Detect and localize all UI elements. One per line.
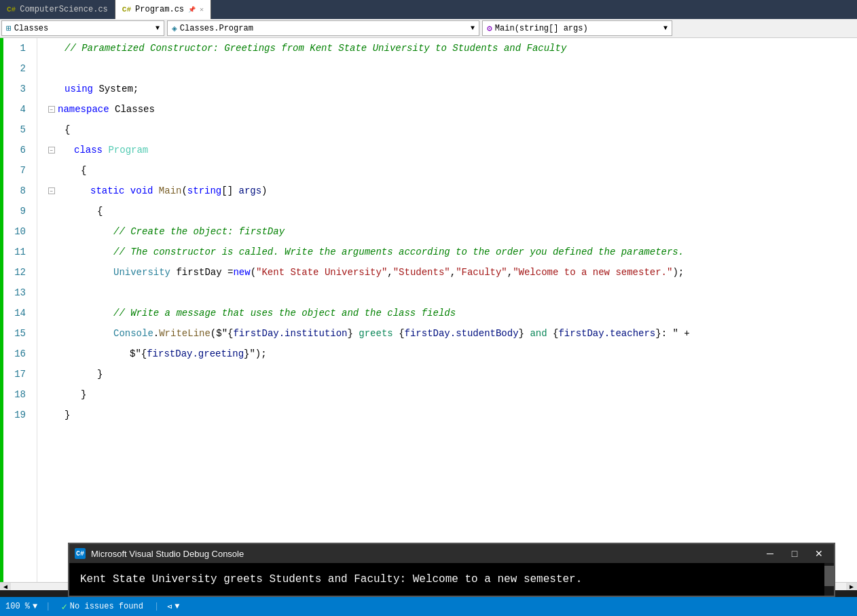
str3: "Faculty"	[456, 267, 507, 278]
comma1: ,	[387, 267, 393, 278]
using-keyword: using	[65, 84, 93, 94]
code-line-8: − static void Main ( string [] args )	[48, 181, 857, 201]
brace-close-17: }	[97, 369, 103, 380]
chevron-down-icon-2: ▼	[471, 24, 475, 32]
tab-bar: C# ComputerScience.cs C# Program.cs 📌 ✕	[0, 0, 857, 19]
code-line-9: {	[48, 201, 857, 221]
string-keyword-8: string	[187, 185, 221, 196]
interp2: firstDay.studentBody	[405, 328, 519, 339]
namespace-name: Classes	[109, 104, 155, 115]
brace-interp1b: }	[348, 328, 353, 339]
line-num-11: 11	[3, 242, 31, 262]
brace-interp4b: }	[244, 348, 249, 359]
code-line-12: University firstDay = new ( "Kent State …	[48, 262, 857, 283]
class-name-program: Program	[108, 145, 148, 156]
line-num-14: 14	[3, 303, 31, 323]
str4: "Welcome to a new semester."	[513, 267, 672, 278]
debug-scrollbar-thumb[interactable]	[824, 566, 834, 586]
debug-title-bar: C# Microsoft Visual Studio Debug Console…	[69, 544, 834, 563]
comment-line11: // The constructor is called. Write the …	[113, 247, 684, 257]
debug-maximize-button[interactable]: □	[785, 547, 804, 560]
classes-dropdown[interactable]: ⊞ Classes ▼	[1, 20, 164, 36]
editor-container: 1 2 3 4 5 6 7 8 9 10 11 12 13 14 15 16 1…	[0, 38, 857, 582]
tab-label-program: Program.cs	[135, 5, 184, 14]
comment-line10: // Create the object: firstDay	[113, 226, 285, 237]
line-num-19: 19	[3, 405, 31, 425]
code-line-14: // Write a message that uses the object …	[48, 303, 857, 323]
writeline-method: WriteLine	[159, 328, 211, 339]
debug-cs-icon: C#	[75, 548, 86, 559]
collapse-btn-8[interactable]: −	[48, 187, 55, 194]
code-area[interactable]: // Parametized Constructor: Greetings fr…	[37, 38, 857, 582]
debug-minimize-button[interactable]: ─	[761, 547, 780, 560]
paren-close-8: )	[261, 185, 267, 196]
console-type: Console	[113, 328, 153, 339]
brace-interp3a: {	[553, 328, 558, 339]
firstday-var: firstDay =	[170, 267, 233, 278]
tab-computerscience[interactable]: C# ComputerScience.cs	[0, 0, 115, 19]
interp4: firstDay.greeting	[147, 348, 244, 359]
line-num-5: 5	[3, 120, 31, 140]
chevron-down-icon: ▼	[156, 24, 160, 32]
tab-close-button[interactable]: ✕	[200, 5, 204, 14]
classes-program-dropdown[interactable]: ◈ Classes.Program ▼	[167, 20, 479, 36]
void-keyword: void	[130, 185, 153, 196]
paren-open-8: (	[181, 185, 187, 196]
comment-line14: // Write a message that uses the object …	[113, 308, 456, 319]
toolbar: ⊞ Classes ▼ ◈ Classes.Program ▼ ⚙ Main(s…	[0, 19, 857, 38]
code-line-1: // Parametized Constructor: Greetings fr…	[48, 38, 857, 58]
code-line-2	[48, 58, 857, 79]
interp1: firstDay.institution	[233, 328, 347, 339]
line-num-3: 3	[3, 79, 31, 99]
class-keyword: class	[74, 145, 103, 156]
line-num-8: 8	[3, 181, 31, 201]
cs-icon-active: C#	[122, 5, 131, 14]
debug-scrollbar[interactable]	[824, 563, 834, 590]
paren-15: ($"	[211, 328, 227, 339]
debug-output: Kent State University greets Students an…	[69, 563, 834, 590]
tab-program[interactable]: C# Program.cs 📌 ✕	[115, 0, 211, 19]
line-num-13: 13	[3, 283, 31, 303]
debug-output-text: Kent State University greets Students an…	[80, 573, 582, 585]
code-line-10: // Create the object: firstDay	[48, 221, 857, 242]
line-num-6: 6	[3, 140, 31, 160]
code-line-7: {	[48, 160, 857, 181]
paren-open-12: (	[251, 267, 256, 278]
namespace-keyword: namespace	[58, 104, 109, 115]
line-num-7: 7	[3, 160, 31, 181]
brace-interp1a: {	[227, 328, 233, 339]
collapse-btn-4[interactable]: −	[48, 106, 55, 113]
dollar-16: $"	[130, 348, 141, 359]
scroll-left-btn[interactable]: ◀	[0, 583, 11, 590]
dot-15: .	[153, 328, 159, 339]
classes-label: Classes	[14, 24, 48, 33]
brace-open-9: {	[97, 206, 103, 217]
line-num-16: 16	[3, 344, 31, 364]
brace-close-19: }	[65, 410, 70, 420]
line-num-1: 1	[3, 38, 31, 58]
line-num-15: 15	[3, 323, 31, 344]
classes-program-icon: ◈	[172, 23, 177, 34]
end-16: ");	[249, 348, 266, 359]
greets-text: greets	[359, 328, 393, 339]
line-numbers: 1 2 3 4 5 6 7 8 9 10 11 12 13 14 15 16 1…	[3, 38, 37, 582]
line-num-12: 12	[3, 262, 31, 283]
line-num-10: 10	[3, 221, 31, 242]
space-15a	[353, 328, 359, 339]
space-15d	[547, 328, 553, 339]
static-keyword: static	[90, 185, 124, 196]
chevron-down-icon-3: ▼	[663, 24, 668, 32]
main-args-label: Main(string[] args)	[495, 24, 588, 33]
line-num-4: 4	[3, 99, 31, 120]
debug-console: C# Microsoft Visual Studio Debug Console…	[68, 543, 835, 590]
brace-interp2b: }	[519, 328, 524, 339]
tab-label-computerscience: ComputerScience.cs	[20, 5, 108, 14]
debug-close-button[interactable]: ✕	[809, 547, 828, 560]
main-args-dropdown[interactable]: ⚙ Main(string[] args) ▼	[482, 20, 672, 36]
str2: "Students"	[393, 267, 450, 278]
scroll-right-btn[interactable]: ▶	[846, 583, 857, 590]
collapse-btn-6[interactable]: −	[48, 147, 55, 153]
space-8a	[124, 185, 130, 196]
space-15c	[524, 328, 530, 339]
main-args-icon: ⚙	[487, 23, 492, 34]
